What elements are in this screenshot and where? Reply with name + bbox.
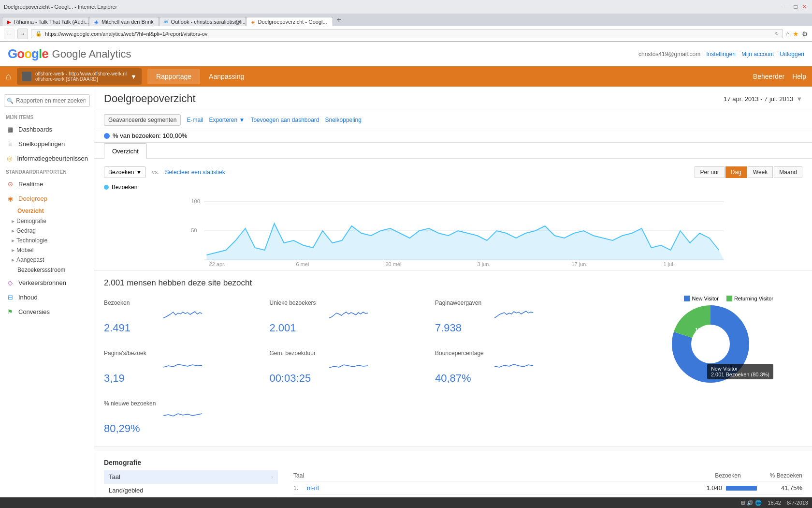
pie-chart-container: 19.7% New Visitor 2.001 Bezoeken (80.3%) xyxy=(667,305,773,384)
close-button[interactable]: ✕ xyxy=(800,3,808,11)
nav-beheerder[interactable]: Beheerder xyxy=(753,73,784,80)
triangle-icon-technologie: ▶ xyxy=(12,239,14,243)
home-button[interactable]: ⌂ xyxy=(786,30,790,38)
tab-close-analytics[interactable]: × xyxy=(332,19,333,25)
site-selector[interactable]: offshore-werk - http://www.offshore-werk… xyxy=(17,68,142,85)
sidebar-sub-demografie[interactable]: ▶ Demografie xyxy=(0,216,94,226)
export-button[interactable]: Exporteren ▼ xyxy=(209,117,245,123)
stat-label-nb: % nieuwe bezoeken xyxy=(104,400,262,407)
logout-link[interactable]: Uitloggen xyxy=(780,51,804,58)
nav-help[interactable]: Help xyxy=(792,73,806,80)
sidebar-sub-overzicht[interactable]: Overzicht xyxy=(0,206,94,216)
minimize-button[interactable]: ─ xyxy=(783,3,791,11)
snelkoppelingen-label: Snelkoppelingen xyxy=(18,140,65,148)
main-content: Doelgroepoverzicht 17 apr. 2013 - 7 jul.… xyxy=(94,87,812,508)
stats-section: 2.001 mensen hebben deze site bezocht Be… xyxy=(94,270,812,447)
svg-text:50: 50 xyxy=(191,227,197,233)
maximize-button[interactable]: □ xyxy=(792,3,799,11)
shortcut-link[interactable]: Snelkoppeling xyxy=(325,117,362,123)
settings-link[interactable]: Instellingen xyxy=(706,51,736,58)
nav-tab-aanpassing[interactable]: Aanpassing xyxy=(200,69,253,84)
sidebar-item-inhoud[interactable]: ⊟ Inhoud xyxy=(0,290,94,304)
verkeersbronnen-label: Verkeersbronnen xyxy=(18,279,66,286)
back-button[interactable]: ← xyxy=(4,29,14,39)
advanced-segments-button[interactable]: Geavanceerde segmenten xyxy=(104,114,181,126)
sidebar-item-realtime[interactable]: ⊙ Realtime xyxy=(0,177,94,191)
tab-overzicht[interactable]: Overzicht xyxy=(104,143,147,159)
legend-returning-visitor-color xyxy=(726,296,732,301)
sidebar-item-doelgroep[interactable]: ◉ Doelgroep xyxy=(0,191,94,206)
informatiegebeurtenissen-label: Informatiegebeurtenissen xyxy=(17,155,88,162)
sidebar-item-snelkoppelingen[interactable]: ≡ Snelkoppelingen xyxy=(0,136,94,151)
email-link[interactable]: E-mail xyxy=(187,117,203,123)
sidebar-item-verkeersbronnen[interactable]: ◇ Verkeersbronnen xyxy=(0,275,94,290)
legend-returning-visitor: Returning Visitor xyxy=(726,296,773,301)
time-btn-week[interactable]: Week xyxy=(748,166,773,178)
tab-label-mitchell: Mitchell van den Brink xyxy=(102,19,154,25)
sidebar-item-dashboards[interactable]: ▦ Dashboards xyxy=(0,122,94,136)
time-buttons: Per uur Dag Week Maand xyxy=(695,166,802,178)
add-dashboard-link[interactable]: Toevoegen aan dashboard xyxy=(250,117,319,123)
stat-nieuwe-bezoeken: % nieuwe bezoeken 80,29% xyxy=(104,396,262,439)
settings-icon[interactable]: ⚙ xyxy=(802,30,808,38)
tab-analytics[interactable]: ◈ Doelgroepoverzicht - Googl... × xyxy=(246,17,333,26)
forward-button[interactable]: → xyxy=(17,29,28,39)
svg-text:100: 100 xyxy=(191,198,200,204)
nav-tab-rapportage[interactable]: Rapportage xyxy=(147,69,200,84)
svg-text:6 mei: 6 mei xyxy=(296,261,309,267)
browser-titlebar: Doelgroepoverzicht - Googl... - Internet… xyxy=(0,0,812,14)
time-btn-per-uur[interactable]: Per uur xyxy=(695,166,724,178)
demo-row-land[interactable]: Land/gebied xyxy=(104,484,278,497)
refresh-icon[interactable]: ↻ xyxy=(775,31,779,36)
chart-legend: Bezoeken xyxy=(104,184,802,191)
metric-selector[interactable]: Bezoeken ▼ xyxy=(104,166,146,178)
stat-bezoekduur: Gem. bezoekduur 00:03:25 xyxy=(270,346,428,388)
sidebar-sub-aangepast[interactable]: ▶ Aangepast xyxy=(0,255,94,265)
address-box[interactable]: 🔒 https://www.google.com/analytics/web/?… xyxy=(31,29,783,38)
tab-mitchell[interactable]: ◉ Mitchell van den Brink xyxy=(89,17,159,26)
sparkline-nb xyxy=(104,409,262,421)
page-title: Doelgroepoverzicht xyxy=(104,92,196,105)
triangle-icon-gedrag: ▶ xyxy=(12,229,14,233)
tab-outlook[interactable]: ✉ Outlook - christos.saraliotis@li... xyxy=(159,17,246,26)
sidebar-sub-mobiel[interactable]: ▶ Mobiel xyxy=(0,245,94,255)
demo-taal-label: Taal xyxy=(109,473,271,480)
stat-value-bounce: 40,87% xyxy=(435,372,593,385)
tab-rihanna[interactable]: ▶ Rihanna - Talk That Talk (Audi... xyxy=(2,17,89,26)
metric-label: Bezoeken xyxy=(108,169,134,176)
select-stat-link[interactable]: Selecteer een statistiek xyxy=(165,169,225,176)
svg-text:17 jun.: 17 jun. xyxy=(572,261,588,267)
sidebar-item-conversies[interactable]: ⚑ Conversies xyxy=(0,304,94,319)
google-logo: Google xyxy=(8,46,48,61)
sidebar-sub-gedrag[interactable]: ▶ Gedrag xyxy=(0,226,94,236)
stats-row: Bezoeken 2.491 Unieke bezoekers 2.001 xyxy=(104,296,802,439)
date-range[interactable]: 17 apr. 2013 - 7 jul. 2013 ▼ xyxy=(724,95,802,103)
date-range-arrow: ▼ xyxy=(796,95,802,103)
stat-label-bd: Gem. bezoekduur xyxy=(270,350,428,357)
realtime-icon: ⊙ xyxy=(6,179,14,188)
address-bar: ← → 🔒 https://www.google.com/analytics/w… xyxy=(0,26,812,42)
metric-arrow: ▼ xyxy=(136,169,142,176)
sidebar-item-informatiegebeurtenissen[interactable]: ◎ Informatiegebeurtenissen xyxy=(0,151,94,165)
security-icon: 🔒 xyxy=(35,30,42,37)
tab-favicon-analytics: ◈ xyxy=(251,19,255,25)
sidebar-sub-bezoekerssstroom[interactable]: Bezoekerssstroom xyxy=(0,265,94,275)
time-btn-maand[interactable]: Maand xyxy=(774,166,802,178)
line-chart: 100 50 22 apr. 6 mei 20 mei 3 jun. 17 ju… xyxy=(104,194,802,267)
demo-lang-link-1[interactable]: nl-nl xyxy=(307,484,689,492)
navbar-home-button[interactable]: ⌂ xyxy=(6,72,11,82)
search-input[interactable] xyxy=(4,94,90,107)
demo-data-row-1: 1. nl-nl 1.040 41,75% xyxy=(293,481,802,495)
stat-value-nb: 80,29% xyxy=(104,422,262,435)
export-arrow: ▼ xyxy=(239,117,245,123)
new-tab-button[interactable]: + xyxy=(333,14,345,26)
stats-percentage: % van bezoeken: 100,00% xyxy=(94,129,812,143)
stat-label-bezoeken: Bezoeken xyxy=(104,299,262,306)
sidebar-sub-technologie[interactable]: ▶ Technologie xyxy=(0,236,94,245)
sidebar-search[interactable]: 🔍 xyxy=(4,94,90,107)
legend-returning-visitor-label: Returning Visitor xyxy=(734,296,773,301)
account-link[interactable]: Mijn account xyxy=(741,51,774,58)
time-btn-dag[interactable]: Dag xyxy=(725,166,747,178)
favorites-button[interactable]: ★ xyxy=(793,30,799,38)
demo-row-taal[interactable]: Taal › xyxy=(104,470,278,484)
